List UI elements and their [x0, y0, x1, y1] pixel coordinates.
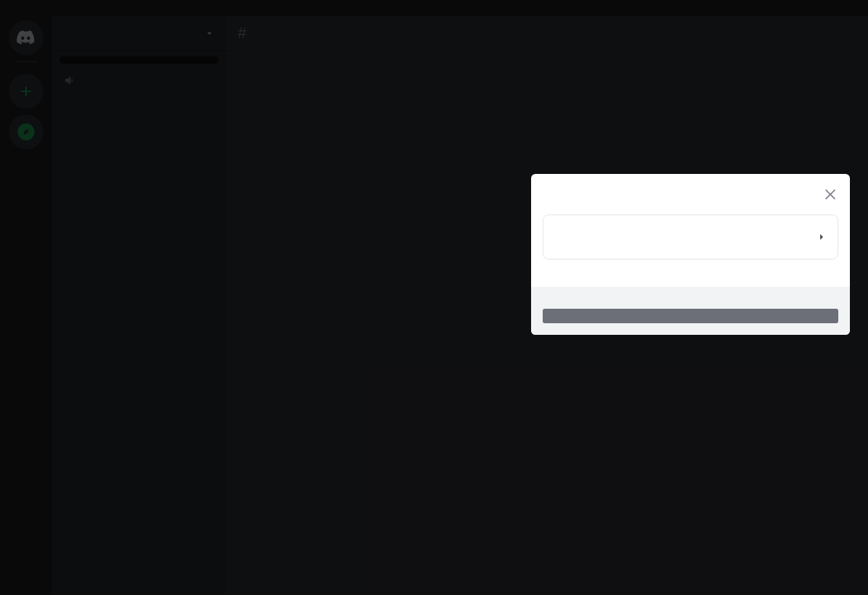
create-my-own-icon: [554, 222, 583, 251]
create-server-modal: [531, 174, 850, 335]
join-server-button[interactable]: [543, 309, 838, 323]
modal-overlay[interactable]: [0, 0, 868, 595]
modal-footer: [531, 287, 850, 335]
modal-options: [531, 207, 850, 287]
create-my-own-option[interactable]: [543, 215, 838, 259]
chevron-right-icon: [816, 231, 827, 243]
modal-subtitle: [531, 193, 850, 207]
close-icon[interactable]: [822, 186, 838, 204]
